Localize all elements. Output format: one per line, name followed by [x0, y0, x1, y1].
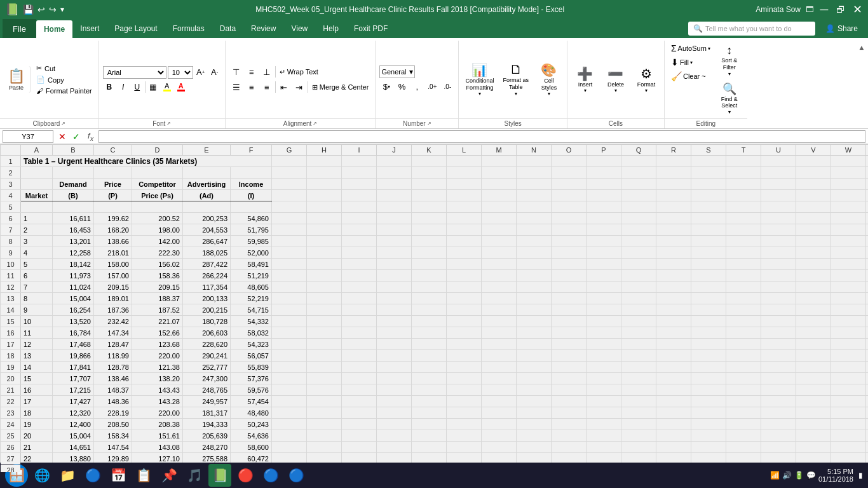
cell[interactable]: 4 [21, 247, 53, 259]
cell[interactable] [307, 327, 342, 339]
cell[interactable] [866, 373, 869, 384]
cell[interactable] [412, 339, 447, 350]
cell[interactable] [552, 224, 587, 236]
col-header-j[interactable]: J [377, 145, 412, 156]
cell[interactable] [377, 304, 412, 316]
cell[interactable] [342, 190, 377, 201]
col-header-p[interactable]: P [587, 145, 621, 156]
cell[interactable] [761, 419, 796, 430]
cell[interactable] [726, 316, 761, 327]
bold-button[interactable]: B [103, 81, 116, 93]
cell[interactable] [183, 167, 231, 179]
cell[interactable] [447, 339, 482, 350]
cell[interactable] [761, 224, 796, 236]
cell[interactable] [831, 384, 866, 396]
cell[interactable] [447, 201, 482, 213]
cell[interactable]: 20 [21, 430, 53, 442]
cell[interactable] [342, 259, 377, 270]
cell[interactable] [517, 407, 552, 419]
cell[interactable]: (Ad) [183, 190, 231, 201]
cell[interactable] [272, 167, 307, 179]
cell[interactable]: 221.07 [132, 316, 183, 327]
indent-increase-button[interactable]: ⇥ [292, 80, 306, 94]
cell[interactable] [307, 419, 342, 430]
cell[interactable] [517, 247, 552, 259]
cell[interactable] [656, 259, 691, 270]
cell[interactable] [412, 259, 447, 270]
cell[interactable] [761, 442, 796, 453]
cell[interactable] [307, 156, 342, 167]
cell[interactable] [94, 167, 132, 179]
cell[interactable] [726, 384, 761, 396]
cell[interactable] [761, 190, 796, 201]
cell[interactable] [272, 259, 307, 270]
cell[interactable] [831, 247, 866, 259]
cell[interactable] [342, 270, 377, 281]
cell[interactable] [307, 270, 342, 281]
cell[interactable] [621, 259, 656, 270]
menu-item-review[interactable]: Review [243, 19, 283, 38]
cell[interactable] [796, 167, 831, 179]
cell[interactable] [307, 304, 342, 316]
cell[interactable] [342, 407, 377, 419]
cell[interactable] [482, 442, 517, 453]
menu-item-home[interactable]: Home [36, 20, 72, 38]
cell[interactable] [621, 419, 656, 430]
cell[interactable] [621, 384, 656, 396]
cell[interactable]: 15,004 [53, 430, 94, 442]
cell[interactable] [517, 316, 552, 327]
fill-color-button[interactable]: A [161, 81, 173, 93]
cell[interactable]: 54,860 [231, 213, 272, 224]
cell[interactable] [866, 430, 869, 442]
cell[interactable] [796, 293, 831, 304]
cell[interactable] [342, 293, 377, 304]
cell[interactable] [482, 316, 517, 327]
cell[interactable] [272, 247, 307, 259]
cell[interactable] [726, 201, 761, 213]
cell[interactable] [272, 270, 307, 281]
cell[interactable] [342, 316, 377, 327]
cell[interactable] [377, 281, 412, 293]
wrap-text-button[interactable]: ↵ Wrap Text [277, 67, 321, 78]
cell[interactable] [53, 167, 94, 179]
cell[interactable] [482, 396, 517, 407]
col-header-w[interactable]: W [831, 145, 866, 156]
cell[interactable]: 13,520 [53, 316, 94, 327]
cell[interactable] [412, 156, 447, 167]
cell[interactable] [691, 293, 726, 304]
col-header-u[interactable]: U [761, 145, 796, 156]
grid-area[interactable]: A B C D E F G H I J K L M N O P Q [0, 144, 868, 472]
cell[interactable] [796, 270, 831, 281]
col-header-m[interactable]: M [482, 145, 517, 156]
cell[interactable] [342, 419, 377, 430]
cell[interactable] [272, 430, 307, 442]
cell[interactable]: 148.37 [94, 384, 132, 396]
cell[interactable] [866, 396, 869, 407]
cell[interactable] [621, 270, 656, 281]
ribbon-collapse-button[interactable]: ▲ [855, 41, 868, 128]
cell[interactable]: 286,647 [183, 236, 231, 247]
col-header-a[interactable]: A [21, 145, 53, 156]
cell[interactable]: 138.46 [94, 373, 132, 384]
cell[interactable] [656, 350, 691, 362]
cell[interactable] [621, 316, 656, 327]
cell[interactable] [831, 179, 866, 190]
cell[interactable] [656, 167, 691, 179]
cell[interactable]: 54,332 [231, 316, 272, 327]
cell[interactable] [412, 350, 447, 362]
cell[interactable]: 12 [21, 339, 53, 350]
cell[interactable] [412, 190, 447, 201]
cell[interactable] [412, 419, 447, 430]
restore-icon[interactable]: 🗗 [835, 4, 846, 15]
cell[interactable] [866, 156, 869, 167]
menu-item-help[interactable]: Help [315, 19, 346, 38]
cell[interactable] [761, 327, 796, 339]
cell[interactable] [761, 384, 796, 396]
cell[interactable] [231, 201, 272, 213]
cell[interactable] [796, 362, 831, 373]
taskbar-music[interactable]: 🎵 [183, 464, 206, 487]
cell[interactable] [552, 236, 587, 247]
cell[interactable] [761, 430, 796, 442]
cell[interactable] [552, 270, 587, 281]
cell[interactable]: Market [21, 190, 53, 201]
